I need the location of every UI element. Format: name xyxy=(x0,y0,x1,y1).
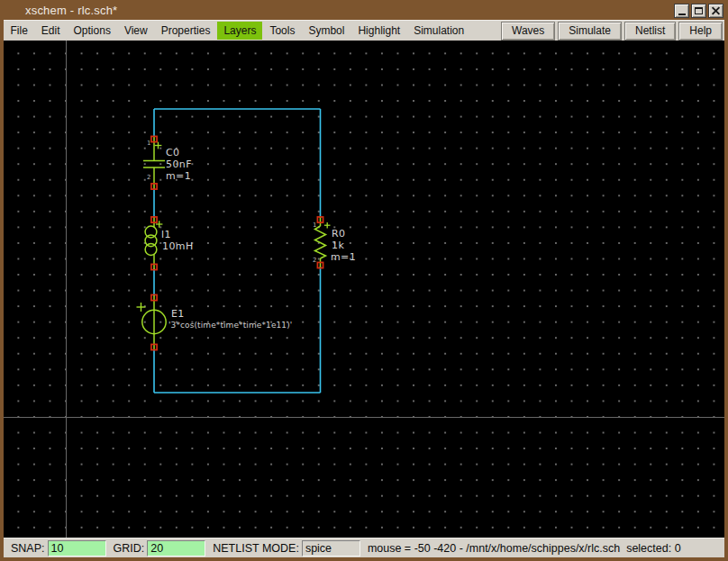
menu-view[interactable]: View xyxy=(118,22,154,40)
maximize-icon xyxy=(695,7,703,14)
titlebar[interactable]: xschem - rlc.sch* xyxy=(0,0,728,20)
menu-layers[interactable]: Layers xyxy=(217,22,262,40)
grid-input[interactable] xyxy=(147,540,205,556)
snap-input[interactable] xyxy=(48,540,106,556)
menu-symbol[interactable]: Symbol xyxy=(302,22,350,40)
minimize-button[interactable] xyxy=(674,4,689,18)
menu-file[interactable]: File xyxy=(5,22,34,40)
minimize-icon xyxy=(678,14,686,15)
ind-name-label[interactable]: l1 xyxy=(161,230,171,240)
menubar: File Edit Options View Properties Layers… xyxy=(4,20,724,41)
src-value-label[interactable]: '3*cos(time*time*time*1e11)' xyxy=(168,321,292,330)
menu-properties[interactable]: Properties xyxy=(155,22,217,40)
cap-name-label[interactable]: C0 xyxy=(166,148,179,158)
simulate-button[interactable]: Simulate xyxy=(558,22,622,41)
plus-polarity-icon xyxy=(155,142,162,149)
menu-tools[interactable]: Tools xyxy=(263,22,301,40)
plus-polarity-icon xyxy=(137,303,146,312)
netlist-mode-label: NETLIST MODE: xyxy=(213,542,299,555)
snap-label: SNAP: xyxy=(11,542,45,555)
cap-value-label[interactable]: 50nF xyxy=(166,159,192,169)
ind-value-label[interactable]: 10mH xyxy=(162,241,194,251)
menu-edit[interactable]: Edit xyxy=(35,22,67,40)
plus-polarity-icon xyxy=(324,222,331,229)
inductor-symbol[interactable] xyxy=(145,217,162,269)
src-name-label[interactable]: E1 xyxy=(171,309,185,319)
res-pin2-label: 2 xyxy=(313,258,316,264)
cap-pin2-label: 2 xyxy=(147,175,150,181)
netlist-mode-input[interactable] xyxy=(302,540,360,556)
menu-simulation[interactable]: Simulation xyxy=(407,22,470,40)
grid-label: GRID: xyxy=(114,542,145,555)
help-button[interactable]: Help xyxy=(678,22,723,41)
axis-lines xyxy=(4,41,724,538)
res-value-label[interactable]: 1k xyxy=(332,240,344,250)
res-mult-label[interactable]: m=1 xyxy=(331,252,356,262)
mouse-status-text: mouse = -50 -420 - /mnt/x/home/schippes/… xyxy=(368,542,681,555)
window-title: xschem - rlc.sch* xyxy=(0,4,117,17)
netlist-button[interactable]: Netlist xyxy=(624,22,676,41)
close-icon xyxy=(712,7,720,15)
schematic-drawing xyxy=(4,41,724,538)
res-pin1-label: 1 xyxy=(313,222,316,229)
close-button[interactable] xyxy=(708,4,723,18)
cap-pin1-label: 1 xyxy=(147,140,150,147)
schematic-canvas[interactable]: 1 2 C0 50nF m=1 l1 10mH E1 '3*cos(time*t… xyxy=(4,41,724,538)
resistor-symbol[interactable] xyxy=(315,217,331,267)
statusbar: SNAP: GRID: NETLIST MODE: mouse = -50 -4… xyxy=(4,538,724,557)
xschem-window: xschem - rlc.sch* File Edit Options View… xyxy=(0,0,728,561)
menu-options[interactable]: Options xyxy=(68,22,117,40)
maximize-button[interactable] xyxy=(691,4,706,18)
cap-mult-label[interactable]: m=1 xyxy=(166,171,191,181)
waves-button[interactable]: Waves xyxy=(501,22,555,41)
voltage-source-symbol[interactable] xyxy=(137,295,167,350)
res-name-label[interactable]: R0 xyxy=(332,229,345,239)
menu-highlight[interactable]: Highlight xyxy=(351,22,406,40)
